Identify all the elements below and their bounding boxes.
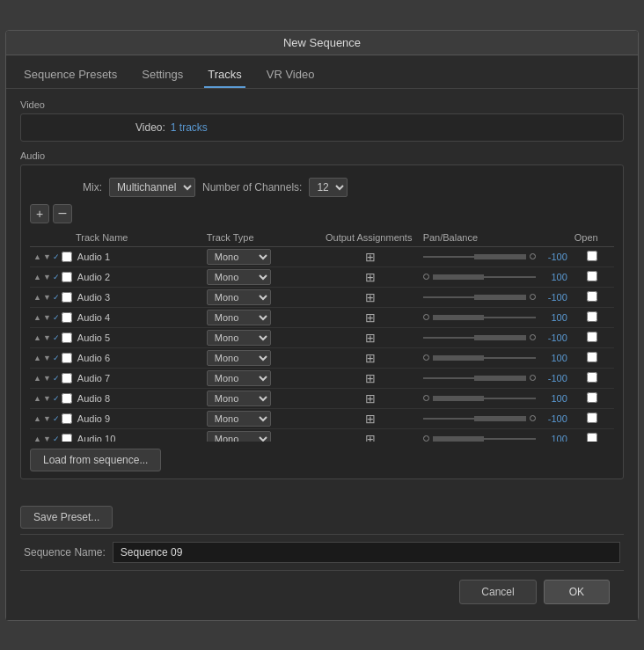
open-checkbox[interactable] [587, 291, 597, 302]
row-down-arrow[interactable]: ▼ [43, 333, 51, 342]
row-controls: ▲ ▼ ✓ Audio 3 [33, 292, 200, 303]
cancel-button[interactable]: Cancel [459, 580, 536, 604]
open-checkbox[interactable] [587, 392, 597, 403]
output-icon[interactable]: ⊞ [365, 290, 376, 304]
row-check[interactable]: ✓ [53, 313, 60, 322]
row-up-arrow[interactable]: ▲ [33, 333, 41, 342]
remove-track-button[interactable]: – [53, 204, 72, 223]
pan-cell: -100 [423, 413, 567, 424]
row-check[interactable]: ✓ [53, 293, 60, 302]
sequence-name-row: Sequence Name: [20, 534, 624, 571]
output-icon[interactable]: ⊞ [365, 351, 376, 365]
tracks-table-scroll[interactable]: Track Name Track Type Output Assignments… [30, 230, 614, 442]
row-checkbox[interactable] [62, 252, 72, 262]
open-checkbox[interactable] [587, 372, 597, 383]
open-checkbox[interactable] [587, 251, 597, 261]
video-row: Video: 1 tracks [30, 121, 614, 134]
row-down-arrow[interactable]: ▼ [43, 414, 51, 423]
row-down-arrow[interactable]: ▼ [43, 374, 51, 383]
open-checkbox[interactable] [587, 433, 597, 442]
row-up-arrow[interactable]: ▲ [33, 293, 41, 302]
row-checkbox[interactable] [62, 312, 72, 323]
row-check[interactable]: ✓ [53, 374, 60, 383]
row-down-arrow[interactable]: ▼ [43, 293, 51, 302]
bottom-area: Save Preset... Sequence Name: Cancel OK [6, 499, 638, 620]
output-icon[interactable]: ⊞ [365, 371, 376, 385]
row-up-arrow[interactable]: ▲ [33, 414, 41, 423]
track-type-select[interactable]: Mono Stereo 5.1 Adaptive [207, 411, 271, 427]
mix-select[interactable]: Multichannel Stereo 5.1 Adaptive [109, 178, 195, 197]
output-icon[interactable]: ⊞ [365, 310, 376, 325]
row-checkbox[interactable] [62, 413, 72, 424]
row-check[interactable]: ✓ [53, 435, 60, 442]
row-controls: ▲ ▼ ✓ Audio 9 [33, 413, 200, 424]
row-check[interactable]: ✓ [53, 394, 60, 403]
row-checkbox[interactable] [62, 292, 72, 303]
col-track-type: Track Type [203, 230, 322, 247]
row-checkbox[interactable] [62, 272, 72, 282]
track-name: Audio 4 [77, 312, 110, 323]
row-down-arrow[interactable]: ▼ [43, 394, 51, 403]
row-down-arrow[interactable]: ▼ [43, 273, 51, 281]
row-check[interactable]: ✓ [53, 354, 60, 362]
table-row: ▲ ▼ ✓ Audio 8 Mono Stereo 5.1 Adaptive ⊞ [30, 388, 614, 408]
track-type-select[interactable]: Mono Stereo 5.1 Adaptive [207, 310, 271, 325]
row-up-arrow[interactable]: ▲ [33, 354, 41, 362]
track-type-select[interactable]: Mono Stereo 5.1 Adaptive [207, 330, 271, 346]
open-checkbox[interactable] [587, 271, 597, 281]
row-checkbox[interactable] [62, 393, 72, 404]
row-down-arrow[interactable]: ▼ [43, 354, 51, 362]
tab-settings[interactable]: Settings [138, 62, 187, 88]
row-up-arrow[interactable]: ▲ [33, 273, 41, 281]
row-checkbox[interactable] [62, 373, 72, 383]
row-up-arrow[interactable]: ▲ [33, 435, 41, 442]
row-check[interactable]: ✓ [53, 414, 60, 423]
row-down-arrow[interactable]: ▼ [43, 435, 51, 442]
channels-select[interactable]: 2468 10121632 [309, 178, 348, 197]
output-icon[interactable]: ⊞ [365, 412, 376, 426]
open-checkbox[interactable] [587, 332, 597, 342]
row-check[interactable]: ✓ [53, 252, 60, 261]
row-up-arrow[interactable]: ▲ [33, 313, 41, 322]
row-down-arrow[interactable]: ▼ [43, 313, 51, 322]
track-type-select[interactable]: Mono Stereo 5.1 Adaptive [207, 391, 271, 406]
row-up-arrow[interactable]: ▲ [33, 374, 41, 383]
open-checkbox[interactable] [587, 413, 597, 423]
track-type-select[interactable]: Mono Stereo 5.1 Adaptive [207, 350, 271, 366]
track-type-select[interactable]: Mono Stereo 5.1 Adaptive [207, 431, 271, 442]
row-checkbox[interactable] [62, 332, 72, 343]
track-type-select[interactable]: Mono Stereo 5.1 Adaptive [207, 289, 271, 305]
sequence-name-input[interactable] [113, 542, 620, 563]
row-up-arrow[interactable]: ▲ [33, 394, 41, 403]
tab-tracks[interactable]: Tracks [204, 62, 245, 88]
col-open: Open [571, 230, 614, 247]
row-down-arrow[interactable]: ▼ [43, 252, 51, 261]
track-type-select[interactable]: Mono Stereo 5.1 Adaptive [207, 269, 271, 285]
output-icon[interactable]: ⊞ [365, 250, 376, 264]
pan-value: -100 [539, 252, 567, 262]
track-name: Audio 7 [77, 373, 110, 383]
add-track-button[interactable]: + [30, 204, 49, 223]
row-check[interactable]: ✓ [53, 333, 60, 342]
open-checkbox[interactable] [587, 352, 597, 362]
tab-vr-video[interactable]: VR Video [263, 62, 318, 88]
tab-sequence-presets[interactable]: Sequence Presets [20, 62, 121, 88]
output-icon[interactable]: ⊞ [365, 391, 376, 405]
open-checkbox[interactable] [587, 311, 597, 322]
row-checkbox[interactable] [62, 434, 72, 442]
output-icon[interactable]: ⊞ [365, 331, 376, 345]
track-type-select[interactable]: Mono Stereo 5.1 Adaptive [207, 370, 271, 386]
track-type-select[interactable]: Mono Stereo 5.1 Adaptive [207, 249, 271, 265]
output-icon[interactable]: ⊞ [365, 432, 376, 442]
load-from-sequence-button[interactable]: Load from sequence... [30, 449, 161, 471]
ok-button[interactable]: OK [544, 580, 610, 604]
pan-value: 100 [539, 312, 567, 323]
pan-value: -100 [539, 292, 567, 303]
table-row: ▲ ▼ ✓ Audio 7 Mono Stereo 5.1 Adaptive ⊞ [30, 368, 614, 388]
row-up-arrow[interactable]: ▲ [33, 252, 41, 261]
row-checkbox[interactable] [62, 353, 72, 363]
save-preset-button[interactable]: Save Preset... [20, 506, 113, 529]
row-check[interactable]: ✓ [53, 273, 60, 281]
output-icon[interactable]: ⊞ [365, 270, 376, 284]
track-name: Audio 1 [77, 252, 110, 262]
